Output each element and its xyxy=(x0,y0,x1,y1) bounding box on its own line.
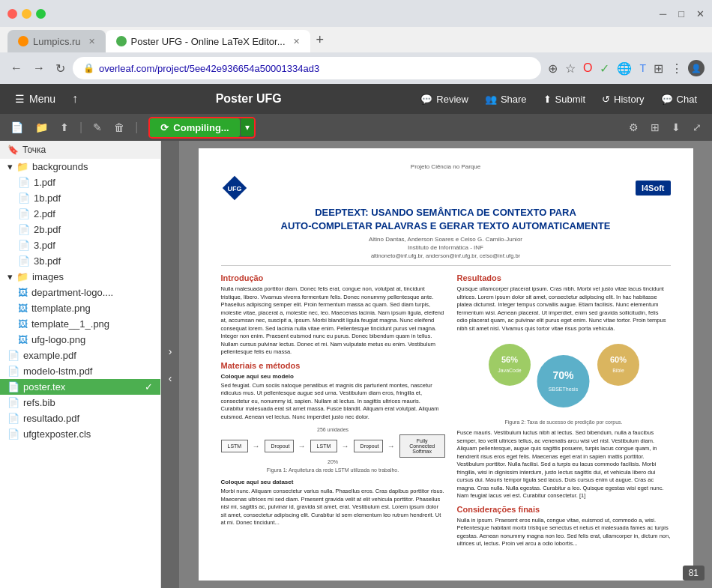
lstm-boxes: LSTM → Dropout → LSTM → Dropout → Fully … xyxy=(221,434,445,458)
download-button[interactable]: ⬇ xyxy=(667,118,685,136)
review-button[interactable]: 💬 Review xyxy=(413,90,476,109)
arrow-3: → xyxy=(342,442,349,450)
menu-label: Menu xyxy=(29,93,55,105)
menu-button[interactable]: ☰ Menu xyxy=(7,88,63,109)
tab-close-overleaf[interactable]: ✕ xyxy=(293,37,300,46)
svg-text:Bible: Bible xyxy=(612,368,624,373)
svg-text:56%: 56% xyxy=(501,355,518,364)
compile-button-wrapper[interactable]: ⟳ Compiling... ▾ xyxy=(148,117,255,139)
file-ufglogo[interactable]: 🖼 ufg-logo.png xyxy=(0,332,160,348)
main-area: 🔖 Точка ▾ 📁 backgrounds 📄 1.pdf 📄 1b.pdf… xyxy=(0,141,712,588)
folder-expand-icon: ▾ xyxy=(7,161,13,172)
file-3pdf[interactable]: 📄 3.pdf xyxy=(0,237,160,253)
dropout-box-2: Dropout xyxy=(354,440,383,452)
nav-right-button[interactable]: › xyxy=(169,345,172,357)
file-2bpdf[interactable]: 📄 2b.pdf xyxy=(0,222,160,237)
window-controls[interactable] xyxy=(7,9,46,19)
file-dept-logo[interactable]: 🖼 department-logo.... xyxy=(0,285,160,300)
star-icon[interactable]: ☆ xyxy=(563,59,578,78)
pie-56: 56% JavaCode xyxy=(487,342,532,389)
compile-dropdown-button[interactable]: ▾ xyxy=(241,118,254,136)
ext1-icon[interactable]: T xyxy=(637,60,648,76)
pdf-left-col: Introdução Nulla malesuada porttitor dia… xyxy=(221,273,445,553)
file-1bpdf[interactable]: 📄 1b.pdf xyxy=(0,190,160,206)
materiais-title: Materiais e métodos xyxy=(221,361,445,370)
file-icon: 📄 xyxy=(18,193,30,204)
pdf-viewer[interactable]: Projeto Ciência no Parque UFG I4Soft DEE… xyxy=(179,141,712,588)
file-refs[interactable]: 📄 refs.bib xyxy=(0,395,160,410)
delete-button[interactable]: 🗑 xyxy=(109,118,129,136)
tab-close-lumpics[interactable]: ✕ xyxy=(88,37,95,46)
pie-chart-area: 56% JavaCode 60% Bible xyxy=(457,339,671,413)
reload-button[interactable]: ↻ xyxy=(52,58,68,79)
svg-text:70%: 70% xyxy=(552,369,574,381)
menu-dots-icon[interactable]: ⋮ xyxy=(669,59,685,78)
file-poster-tex[interactable]: 📄 poster.tex ✓ xyxy=(0,379,160,395)
fullscreen-button[interactable]: ⤢ xyxy=(688,118,706,136)
nav-left-button[interactable]: ‹ xyxy=(169,372,172,384)
breadcrumb: 🔖 Точка xyxy=(0,141,160,159)
new-file-button[interactable]: 📄 xyxy=(6,118,28,136)
file-1pdf[interactable]: 📄 1.pdf xyxy=(0,175,160,190)
ufg-logo-svg: UFG xyxy=(221,175,248,201)
new-tab-button[interactable]: + xyxy=(310,32,331,48)
file-example[interactable]: 📄 example.pdf xyxy=(0,348,160,363)
upload-button[interactable]: ↑ xyxy=(66,92,84,106)
file-label: 3b.pdf xyxy=(34,255,61,267)
pie-60: 60% Bible xyxy=(596,342,641,389)
history-button[interactable]: ↺ History xyxy=(594,90,651,109)
compile-label: Compiling... xyxy=(173,122,229,133)
file-label: department-logo.... xyxy=(31,287,113,298)
lstm-diagram: 256 unidades LSTM → Dropout → LSTM → Dro… xyxy=(221,427,445,473)
submit-button[interactable]: ⬆ Submit xyxy=(536,90,593,109)
pdf-emails: altinoneto@inf.ufg.br, anderson@inf.ufg.… xyxy=(221,252,671,266)
edit-button[interactable]: ✎ xyxy=(88,118,106,136)
nav-panel: › ‹ xyxy=(161,141,179,588)
back-button[interactable]: ← xyxy=(7,58,25,78)
translate-icon[interactable]: ⊕ xyxy=(546,59,560,78)
tab-overleaf[interactable]: Poster UFG - Online LaTeX Editor... ✕ xyxy=(106,30,310,52)
upload-button[interactable]: ⬆ xyxy=(55,118,73,136)
window-min-icon[interactable]: ─ xyxy=(660,8,666,19)
check-icon: ✓ xyxy=(145,381,153,392)
file-resultado[interactable]: 📄 resultado.pdf xyxy=(0,410,160,426)
review-icon: 💬 xyxy=(420,94,432,105)
profile-icon[interactable]: 👤 xyxy=(688,60,705,76)
sidebar-item-images[interactable]: ▾ 📁 images xyxy=(0,269,160,285)
window-close-icon[interactable]: ✕ xyxy=(696,8,705,19)
file-2pdf[interactable]: 📄 2.pdf xyxy=(0,206,160,222)
close-button[interactable] xyxy=(7,9,17,19)
editor-toolbar: 📄 📁 ⬆ | ✎ 🗑 | ⟳ Compiling... ▾ ⚙ ⊞ ⬇ ⤢ xyxy=(0,114,712,141)
file-ufgtexposter[interactable]: 📄 ufgtexposter.cls xyxy=(0,426,160,442)
sidebar-item-backgrounds[interactable]: ▾ 📁 backgrounds xyxy=(0,159,160,175)
shield-icon[interactable]: ✓ xyxy=(597,59,612,78)
new-folder-button[interactable]: 📁 xyxy=(31,118,52,136)
file-icon: 📄 xyxy=(7,413,19,424)
ext2-icon[interactable]: ⊞ xyxy=(651,59,666,78)
forward-button[interactable]: → xyxy=(30,58,48,78)
file-template1[interactable]: 🖼 template__1_.png xyxy=(0,316,160,332)
file-modelo-lstm[interactable]: 📄 modelo-lstm.pdf xyxy=(0,363,160,379)
url-bar[interactable]: 🔒 overleaf.com/project/5ee42e936654a5000… xyxy=(73,57,541,79)
pdf-title: DEEPTEXT: USANDO SEMÂNTICA DE CONTEXTO P… xyxy=(221,206,671,233)
arrow-2: → xyxy=(298,442,306,450)
tab-lumpics[interactable]: Lumpics.ru ✕ xyxy=(7,30,106,52)
file-icon: 🖼 xyxy=(18,287,28,298)
share-button[interactable]: 👥 Share xyxy=(477,90,534,109)
file-3bpdf[interactable]: 📄 3b.pdf xyxy=(0,253,160,269)
file-icon: 📄 xyxy=(18,240,30,251)
layout-button[interactable]: ⊞ xyxy=(646,118,664,136)
submit-icon: ⬆ xyxy=(543,94,552,105)
chat-button[interactable]: 💬 Chat xyxy=(654,90,705,109)
maximize-button[interactable] xyxy=(36,9,46,19)
arrow-1: → xyxy=(253,442,260,450)
compile-button[interactable]: ⟳ Compiling... xyxy=(150,118,239,137)
window-controls-area[interactable] xyxy=(7,9,46,19)
vpn-icon[interactable]: 🌐 xyxy=(615,59,634,78)
window-max-icon[interactable]: □ xyxy=(678,8,684,19)
settings-icon-button[interactable]: ⚙ xyxy=(624,118,643,136)
opera-icon[interactable]: O xyxy=(581,59,594,77)
file-ttemplate[interactable]: 🖼 ttemplate.png xyxy=(0,300,160,316)
minimize-button[interactable] xyxy=(22,9,31,19)
url-text: overleaf.com/project/5ee42e936654a500013… xyxy=(99,63,531,74)
